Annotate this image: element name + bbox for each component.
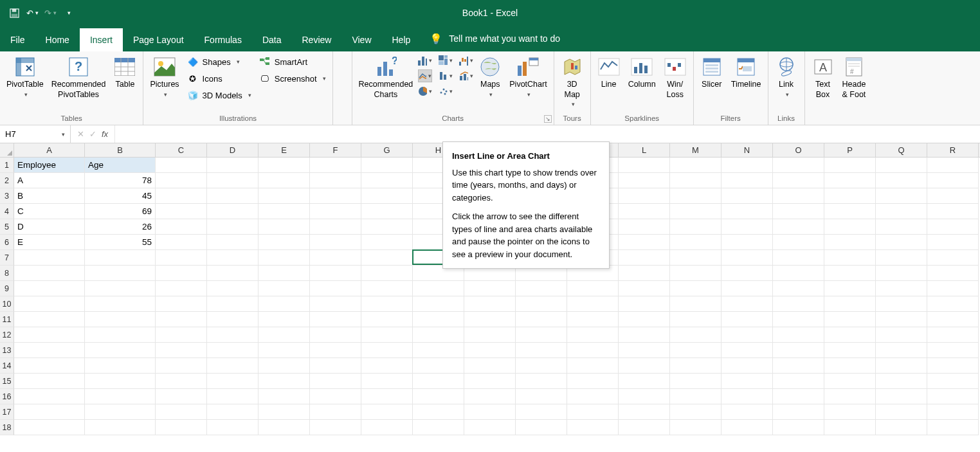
cell-E4[interactable]: [259, 204, 310, 219]
cell-L6[interactable]: [619, 235, 670, 250]
cell-Q1[interactable]: [876, 158, 927, 173]
cell-N13[interactable]: [721, 343, 773, 358]
cell-B18[interactable]: [85, 420, 156, 435]
cell-L18[interactable]: [619, 420, 670, 435]
cell-E7[interactable]: [259, 250, 310, 266]
cell-P16[interactable]: [824, 389, 876, 404]
cell-L5[interactable]: [619, 219, 670, 235]
cell-O16[interactable]: [773, 389, 824, 404]
cell-P9[interactable]: [824, 281, 876, 296]
cell-K18[interactable]: [567, 420, 619, 435]
cell-D7[interactable]: [207, 250, 259, 266]
cell-E16[interactable]: [259, 389, 310, 404]
textbox-button[interactable]: AText Box: [809, 54, 837, 101]
cell-R4[interactable]: [927, 204, 979, 219]
cell-P10[interactable]: [824, 296, 876, 312]
cell-B17[interactable]: [85, 404, 156, 420]
cell-Q4[interactable]: [876, 204, 927, 219]
slicer-button[interactable]: Slicer: [698, 54, 726, 91]
cell-N6[interactable]: [721, 235, 773, 250]
cell-Q9[interactable]: [876, 281, 927, 296]
cell-L11[interactable]: [619, 312, 670, 327]
cell-I13[interactable]: [464, 343, 516, 358]
cell-A16[interactable]: [14, 389, 85, 404]
cell-E18[interactable]: [259, 420, 310, 435]
cell-R1[interactable]: [927, 158, 979, 173]
cell-M16[interactable]: [670, 389, 721, 404]
cell-D6[interactable]: [207, 235, 259, 250]
cell-F7[interactable]: [310, 250, 361, 266]
headerfooter-button[interactable]: #Heade & Foot: [840, 54, 869, 101]
cell-D2[interactable]: [207, 173, 259, 188]
select-all-corner[interactable]: [0, 143, 14, 157]
cell-Q7[interactable]: [876, 250, 927, 266]
row-header-15[interactable]: 15: [0, 374, 14, 389]
pictures-button[interactable]: Pictures▾: [147, 54, 181, 100]
cell-M3[interactable]: [670, 188, 721, 204]
tab-formulas[interactable]: Formulas: [194, 28, 252, 51]
cell-F12[interactable]: [310, 327, 361, 343]
row-header-10[interactable]: 10: [0, 296, 14, 312]
cell-F14[interactable]: [310, 358, 361, 374]
cell-J15[interactable]: [516, 374, 567, 389]
cell-N8[interactable]: [721, 266, 773, 281]
cell-R8[interactable]: [927, 266, 979, 281]
cell-A7[interactable]: [14, 250, 85, 266]
smartart-button[interactable]: SmartArt: [257, 54, 329, 69]
cell-K17[interactable]: [567, 404, 619, 420]
cell-D13[interactable]: [207, 343, 259, 358]
cell-R9[interactable]: [927, 281, 979, 296]
cell-P17[interactable]: [824, 404, 876, 420]
cell-L14[interactable]: [619, 358, 670, 374]
tab-help[interactable]: Help: [382, 28, 421, 51]
cell-H18[interactable]: [413, 420, 464, 435]
cell-L13[interactable]: [619, 343, 670, 358]
cell-P13[interactable]: [824, 343, 876, 358]
cell-K16[interactable]: [567, 389, 619, 404]
cell-Q18[interactable]: [876, 420, 927, 435]
cell-M15[interactable]: [670, 374, 721, 389]
cell-O12[interactable]: [773, 327, 824, 343]
cell-J11[interactable]: [516, 312, 567, 327]
cell-A8[interactable]: [14, 266, 85, 281]
sparkline-winloss-button[interactable]: Win/ Loss: [661, 54, 689, 101]
cell-F15[interactable]: [310, 374, 361, 389]
cell-P15[interactable]: [824, 374, 876, 389]
cell-P14[interactable]: [824, 358, 876, 374]
cell-M17[interactable]: [670, 404, 721, 420]
cell-J18[interactable]: [516, 420, 567, 435]
row-header-5[interactable]: 5: [0, 219, 14, 235]
cell-E11[interactable]: [259, 312, 310, 327]
cell-G12[interactable]: [361, 327, 413, 343]
cell-C11[interactable]: [156, 312, 207, 327]
row-header-4[interactable]: 4: [0, 204, 14, 219]
cell-G15[interactable]: [361, 374, 413, 389]
cell-P18[interactable]: [824, 420, 876, 435]
cell-N1[interactable]: [721, 158, 773, 173]
cell-M10[interactable]: [670, 296, 721, 312]
cell-M8[interactable]: [670, 266, 721, 281]
cell-E8[interactable]: [259, 266, 310, 281]
cell-E1[interactable]: [259, 158, 310, 173]
cell-C9[interactable]: [156, 281, 207, 296]
cell-F11[interactable]: [310, 312, 361, 327]
cell-I9[interactable]: [464, 281, 516, 296]
row-header-2[interactable]: 2: [0, 173, 14, 188]
row-header-11[interactable]: 11: [0, 312, 14, 327]
cell-L3[interactable]: [619, 188, 670, 204]
col-header-M[interactable]: M: [670, 143, 721, 157]
cell-F1[interactable]: [310, 158, 361, 173]
cell-M9[interactable]: [670, 281, 721, 296]
cell-J13[interactable]: [516, 343, 567, 358]
cell-R3[interactable]: [927, 188, 979, 204]
cell-L8[interactable]: [619, 266, 670, 281]
cell-O7[interactable]: [773, 250, 824, 266]
col-header-Q[interactable]: Q: [876, 143, 927, 157]
cell-N11[interactable]: [721, 312, 773, 327]
row-header-16[interactable]: 16: [0, 389, 14, 404]
cell-C12[interactable]: [156, 327, 207, 343]
cell-C17[interactable]: [156, 404, 207, 420]
cell-N2[interactable]: [721, 173, 773, 188]
cell-F2[interactable]: [310, 173, 361, 188]
row-header-6[interactable]: 6: [0, 235, 14, 250]
